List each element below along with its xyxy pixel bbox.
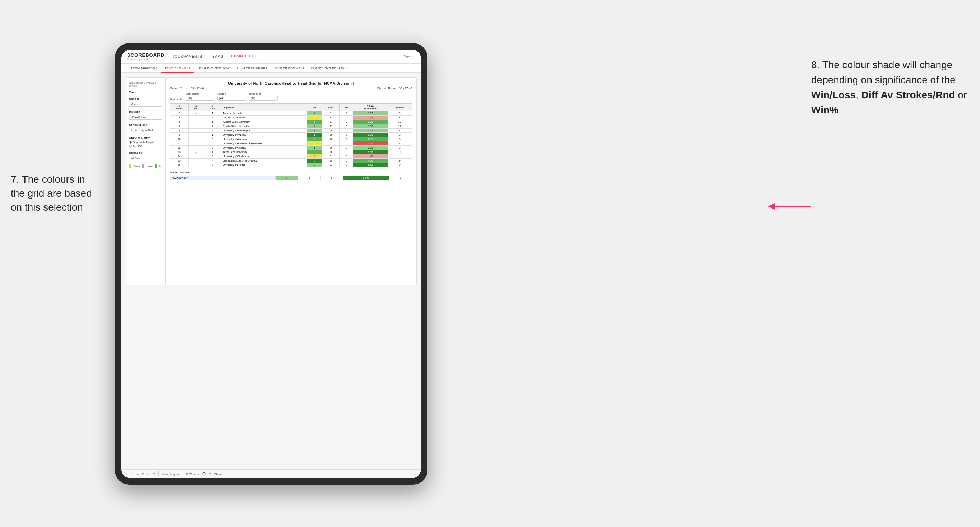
gender-select[interactable]: Men's	[129, 102, 162, 106]
cell-loss: 0	[322, 150, 340, 154]
opponent-select[interactable]: (All)	[249, 96, 278, 100]
cell-rank: 4	[170, 120, 189, 124]
cell-conf: 4	[204, 159, 221, 163]
tab-player-h2h-heatmap[interactable]: PLAYER H2H HEATMAP	[307, 63, 352, 73]
tab-player-summary[interactable]: PLAYER SUMMARY	[234, 63, 271, 73]
cell-win: 0	[307, 116, 322, 120]
annotation-left: 7. The colours in the grid are based on …	[11, 172, 111, 215]
th-tie: Tie	[340, 104, 353, 111]
arrow-right	[764, 196, 811, 217]
toolbar-divider2	[182, 471, 183, 476]
cell-conf: 6	[204, 141, 221, 146]
cell-loss: 1	[322, 120, 340, 124]
cell-rank: 12	[170, 146, 189, 150]
cell-conf: 1	[204, 133, 221, 137]
cell-tie: 0	[340, 111, 353, 116]
toolbar-watch[interactable]: 👁 Watch ▾	[185, 472, 199, 476]
cell-conf: 7	[204, 163, 221, 167]
cell-tie: 0	[340, 129, 353, 133]
cell-diff: -2.29	[353, 116, 388, 120]
school-rank-select[interactable]: 1. University of Nort...	[129, 128, 162, 132]
toolbar: ↩ ↪ ⬅ ⊞ ✂ ⏱ View: Original 👁 Watch ▾ 💬 ⊞…	[121, 469, 421, 478]
radio-dot-top100	[129, 144, 132, 148]
cell-diff: 9.00	[353, 133, 388, 137]
cell-conf: 1	[204, 120, 221, 124]
nav-committee[interactable]: COMMITTEE	[230, 53, 255, 60]
toolbar-redo[interactable]: ↪	[131, 472, 134, 476]
annotation-right: 8. The colour shade will change dependin…	[811, 57, 969, 118]
cell-opponent: University of Arizona	[221, 133, 307, 137]
school-rank-section: School (Rank) 1. University of Nort...	[129, 123, 162, 132]
division-label: Division	[129, 110, 162, 113]
tab-team-summary[interactable]: TEAM SUMMARY	[127, 63, 161, 73]
toolbar-comment[interactable]: 💬	[202, 472, 206, 476]
cell-label: NCAA Division II	[170, 176, 275, 180]
conference-select[interactable]: (All)	[186, 96, 215, 100]
cell-win: 3	[307, 163, 322, 167]
cell-diff: 2.33	[353, 146, 388, 150]
toolbar-view[interactable]: View: Original	[162, 472, 179, 476]
cell-win: 4	[307, 124, 322, 129]
cell-win: 5	[307, 120, 322, 124]
division-record: Division Record: 88 - 17 - 0	[377, 87, 412, 90]
cell-diff: 26.00	[343, 176, 390, 180]
cell-rounds: 3	[388, 146, 412, 150]
opponent-view-radio-group: Opponents Played Top 100	[129, 141, 162, 148]
nav-tournaments[interactable]: TOURNAMENTS	[172, 53, 203, 60]
cell-loss: 1	[322, 111, 340, 116]
grid-title: University of North Carolina Head-to-Hea…	[170, 81, 412, 86]
cell-diff: -4.33	[353, 141, 388, 146]
tab-player-h2h-grid[interactable]: PLAYER H2H GRID	[271, 63, 307, 73]
toolbar-share[interactable]: Share	[214, 472, 222, 476]
dashboard: Last Updated: 27/03/2024 16:55:38 Team G…	[126, 77, 417, 286]
cell-rounds: 9	[388, 159, 412, 163]
cell-rounds: 17	[388, 120, 412, 124]
colour-by-select[interactable]: Win/loss	[129, 156, 162, 160]
cell-diff: 5.56	[353, 150, 388, 154]
opponent-filter: Opponent (All)	[249, 93, 278, 100]
cell-rank: 15	[170, 159, 189, 163]
legend-label-level: Level	[146, 165, 153, 168]
sign-out[interactable]: Sign out	[403, 55, 415, 58]
tab-team-h2h-heatmap[interactable]: TEAM H2H HEATMAP	[194, 63, 234, 73]
tab-team-h2h-grid[interactable]: TEAM H2H GRID	[161, 63, 194, 73]
toolbar-undo[interactable]: ↩	[126, 472, 128, 476]
cell-loss: 4	[322, 116, 340, 120]
toolbar-clock[interactable]: ⏱	[153, 472, 156, 476]
cell-rounds	[388, 154, 412, 159]
cell-opponent: Texas Tech University	[221, 150, 307, 154]
cell-conf: 2	[204, 129, 221, 133]
cell-conf: 2	[204, 124, 221, 129]
tablet-frame: SCOREBOARD Powered by clippd TOURNAMENTS…	[115, 43, 428, 485]
nav-teams[interactable]: TEAMS	[209, 53, 224, 60]
gender-label: Gender	[129, 97, 162, 100]
division-select[interactable]: NCAA Division I	[129, 115, 162, 119]
table-row: 4 - 1 Arizona State University 5 1 0 2.2…	[170, 120, 412, 124]
legend-label-up: Up	[159, 165, 162, 168]
logo-sub: Powered by clippd	[127, 58, 164, 60]
cell-reg	[188, 137, 204, 141]
cell-rounds: 3	[388, 141, 412, 146]
cell-reg	[188, 159, 204, 163]
toolbar-back[interactable]: ⬅	[137, 472, 139, 476]
legend-row: Down Level Up	[129, 164, 162, 168]
legend-label-down: Down	[133, 165, 140, 168]
region-select[interactable]: (All)	[217, 96, 246, 100]
toolbar-grid-icon[interactable]: ⊞	[209, 472, 211, 476]
cell-conf: 2	[204, 116, 221, 120]
cell-rounds: 8	[388, 137, 412, 141]
table-row: 14 6 University of Oklahoma 0 1 0 -1.00	[170, 154, 412, 159]
legend-dot-up	[155, 164, 157, 168]
toolbar-copy[interactable]: ⊞	[142, 472, 145, 476]
radio-opponents-played[interactable]: Opponents Played	[129, 141, 162, 144]
opponent-view-label: Opponent View	[129, 136, 162, 139]
cell-conf: 1	[204, 111, 221, 116]
cell-rank: 6	[170, 124, 189, 129]
cell-reg	[188, 116, 204, 120]
app-header: SCOREBOARD Powered by clippd TOURNAMENTS…	[121, 49, 421, 63]
toolbar-cut[interactable]: ✂	[147, 472, 150, 476]
cell-tie: 0	[340, 163, 353, 167]
legend-dot-level	[142, 164, 144, 168]
cell-rank: 2	[170, 111, 189, 116]
radio-top100[interactable]: Top 100	[129, 144, 162, 148]
